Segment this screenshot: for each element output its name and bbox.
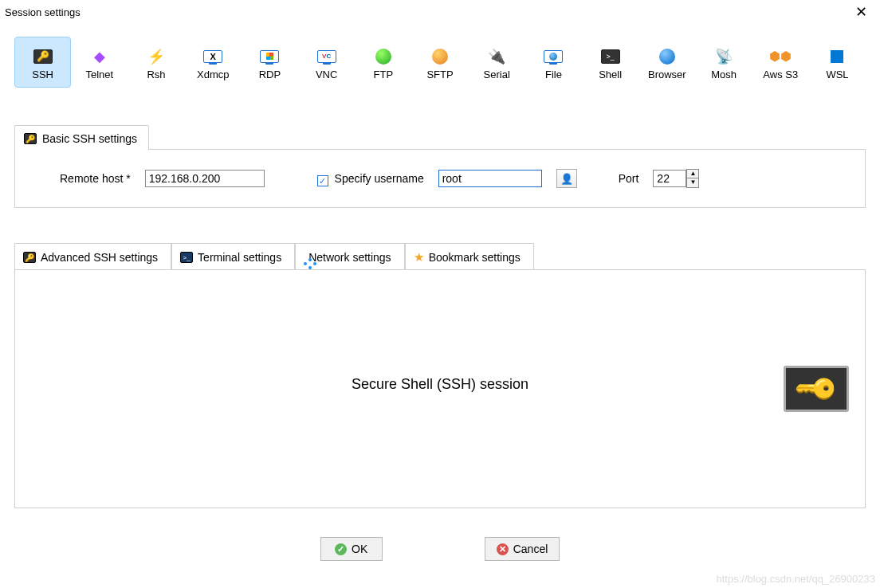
session-type-label: RDP: [259, 69, 281, 80]
cancel-label: Cancel: [513, 543, 548, 555]
session-type-label: Telnet: [85, 69, 113, 80]
username-input[interactable]: [438, 170, 542, 187]
wsl-icon: [827, 48, 847, 65]
session-type-label: VNC: [316, 69, 337, 80]
session-type-mosh[interactable]: 📡 Mosh: [695, 37, 752, 88]
rsh-icon: ⚡: [146, 48, 167, 65]
star-icon: ★: [414, 250, 424, 265]
session-type-label: SSH: [32, 69, 53, 80]
tab-advanced-ssh-settings[interactable]: 🔑 Advanced SSH settings: [14, 243, 171, 269]
tab-label: Advanced SSH settings: [41, 251, 158, 264]
session-type-label: FTP: [374, 69, 394, 80]
ok-label: OK: [352, 543, 367, 555]
tab-label: Terminal settings: [198, 251, 281, 264]
browser-icon: [657, 48, 678, 65]
tab-basic-ssh-settings[interactable]: 🔑 Basic SSH settings: [14, 125, 149, 150]
ok-button[interactable]: ✓ OK: [320, 537, 383, 561]
aws-s3-icon: ⬢⬢: [770, 48, 791, 65]
session-type-label: WSL: [826, 69, 848, 80]
specify-username-checkbox[interactable]: ✓ Specify username: [317, 172, 424, 186]
remote-host-label: Remote host *: [60, 172, 131, 185]
session-type-label: Rsh: [147, 69, 165, 80]
session-type-label: Serial: [484, 69, 510, 80]
ssh-key-icon: 🔑: [23, 132, 37, 145]
cancel-x-icon: ✕: [497, 543, 509, 555]
ssh-key-icon: 🔑: [23, 252, 36, 263]
serial-icon: 🔌: [486, 48, 507, 65]
session-type-serial[interactable]: 🔌 Serial: [469, 37, 525, 88]
tab-label: Network settings: [308, 251, 391, 264]
ok-check-icon: ✓: [335, 543, 347, 555]
tab-terminal-settings[interactable]: >_ Terminal settings: [171, 243, 295, 269]
ssh-key-icon: 🔑: [33, 48, 53, 65]
ftp-icon: [373, 48, 394, 65]
basic-settings-panel: 🔑 Basic SSH settings Remote host * ✓ Spe…: [14, 124, 866, 208]
tab-label: Bookmark settings: [429, 251, 521, 264]
session-type-telnet[interactable]: ◆ Telnet: [71, 37, 128, 88]
user-icon: 👤: [560, 173, 573, 185]
session-type-label: Xdmcp: [197, 69, 229, 80]
session-type-label: Shell: [599, 69, 622, 80]
checkbox-checked-icon: ✓: [317, 175, 328, 186]
dialog-title: Session settings: [5, 6, 81, 18]
session-type-file[interactable]: File: [525, 37, 582, 88]
session-type-awss3[interactable]: ⬢⬢ Aws S3: [752, 37, 809, 88]
session-description: Secure Shell (SSH) session: [15, 376, 865, 393]
session-type-browser[interactable]: Browser: [638, 37, 695, 88]
specify-username-label: Specify username: [335, 172, 424, 185]
session-type-wsl[interactable]: WSL: [809, 37, 866, 88]
session-type-vnc[interactable]: VC VNC: [298, 37, 355, 88]
port-input[interactable]: [653, 170, 686, 187]
cancel-button[interactable]: ✕ Cancel: [485, 537, 560, 561]
terminal-icon: >_: [180, 252, 193, 263]
tab-network-settings[interactable]: Network settings: [295, 243, 404, 269]
shell-icon: >_: [600, 48, 621, 65]
session-type-ftp[interactable]: FTP: [355, 37, 411, 88]
session-type-toolbar: 🔑 SSH ◆ Telnet ⚡ Rsh X Xdmcp RDP VC VNC …: [0, 21, 880, 92]
mosh-icon: 📡: [713, 48, 734, 65]
session-big-icon: 🔑: [784, 366, 849, 412]
session-type-label: Aws S3: [763, 69, 798, 80]
tab-bookmark-settings[interactable]: ★ Bookmark settings: [405, 243, 534, 269]
session-type-label: Browser: [648, 69, 686, 80]
telnet-icon: ◆: [89, 48, 110, 65]
port-label: Port: [619, 172, 639, 185]
vnc-icon: VC: [316, 48, 337, 65]
session-type-rsh[interactable]: ⚡ Rsh: [128, 37, 184, 88]
session-type-ssh[interactable]: 🔑 SSH: [14, 37, 71, 88]
session-type-sftp[interactable]: SFTP: [411, 37, 468, 88]
xdmcp-icon: X: [202, 48, 223, 65]
session-type-label: Mosh: [711, 69, 737, 80]
sftp-icon: [430, 48, 450, 65]
close-icon[interactable]: ✕: [851, 3, 872, 21]
watermark-text: https://blog.csdn.net/qq_26900233: [717, 573, 876, 585]
session-type-label: SFTP: [426, 69, 453, 80]
remote-host-input[interactable]: [145, 170, 265, 187]
key-icon: 🔑: [792, 364, 841, 414]
advanced-settings-panel: 🔑 Advanced SSH settings >_ Terminal sett…: [14, 243, 866, 508]
session-type-shell[interactable]: >_ Shell: [582, 37, 638, 88]
port-spin-up[interactable]: ▲: [686, 169, 699, 178]
session-type-xdmcp[interactable]: X Xdmcp: [185, 37, 242, 88]
file-icon: [543, 48, 564, 65]
tab-label: Basic SSH settings: [42, 132, 137, 145]
user-picker-button[interactable]: 👤: [556, 169, 577, 188]
session-type-label: File: [545, 69, 562, 80]
port-spin-down[interactable]: ▼: [686, 178, 699, 188]
rdp-icon: [259, 48, 280, 65]
session-type-rdp[interactable]: RDP: [242, 37, 298, 88]
